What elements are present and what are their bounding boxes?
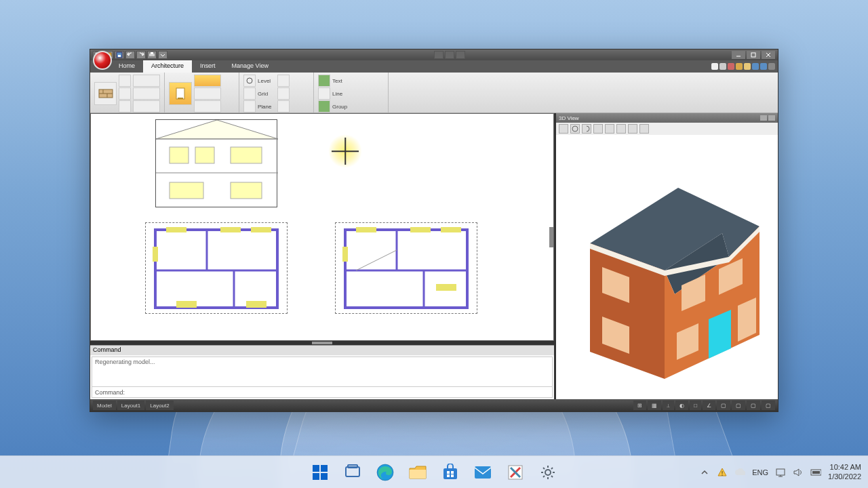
component-tool-icon[interactable] [119, 100, 131, 113]
layout-tab[interactable]: Layout1 [117, 401, 144, 410]
tray-chevron-icon[interactable] [699, 467, 710, 478]
layout-tab[interactable]: Layout2 [146, 401, 173, 410]
tab-insert[interactable]: Insert [192, 60, 224, 73]
walk-icon[interactable] [628, 124, 637, 134]
onedrive-icon[interactable] [734, 467, 745, 478]
curtain-grid-tool-icon[interactable] [194, 87, 221, 100]
floor-plan-ground [145, 222, 288, 314]
view-home-icon[interactable] [559, 124, 568, 134]
roof-tool-icon[interactable] [133, 87, 160, 100]
title-tool-icon[interactable] [434, 51, 443, 59]
palette-icon[interactable] [744, 63, 751, 70]
qat-more-icon[interactable] [158, 51, 167, 59]
qat-redo-icon[interactable] [136, 51, 146, 59]
user-icon[interactable] [728, 63, 734, 70]
help-icon[interactable] [752, 63, 759, 70]
title-tool-icon[interactable] [456, 51, 465, 59]
edge-browser-icon[interactable] [372, 459, 399, 486]
start-button[interactable] [307, 459, 334, 486]
window-tool-icon[interactable] [119, 87, 131, 100]
curtain-wall-tool-icon[interactable] [194, 75, 221, 87]
panel-close-icon[interactable] [768, 115, 775, 121]
column-tool-icon[interactable] [133, 75, 160, 87]
vertical-splitter-handle[interactable] [549, 227, 554, 247]
ortho-toggle[interactable]: ⟂ [663, 401, 674, 410]
ribbon-label: Group [332, 104, 347, 110]
qat-undo-icon[interactable] [125, 51, 135, 59]
palette-icon[interactable] [736, 63, 743, 70]
tab-architecture[interactable]: Architecture [143, 60, 192, 73]
mail-icon[interactable] [469, 459, 496, 486]
command-tab[interactable]: Command [90, 346, 554, 355]
door-tool-icon[interactable] [119, 75, 131, 87]
3d-view-pane: 3D View [555, 113, 778, 399]
flag-icon[interactable] [711, 63, 718, 70]
model-text-tool-icon[interactable] [318, 75, 330, 87]
store-icon[interactable] [437, 459, 464, 486]
network-icon[interactable] [775, 467, 786, 478]
ref-plane-tool-icon[interactable] [243, 100, 256, 113]
grid-toggle[interactable]: ▦ [648, 401, 661, 410]
snap-toggle[interactable]: ⊞ [633, 401, 646, 410]
datum-tool-icon[interactable] [277, 75, 290, 87]
maximize-button[interactable] [747, 51, 760, 59]
security-warning-icon[interactable] [717, 467, 728, 478]
drawing-canvas[interactable] [90, 113, 554, 341]
info-icon[interactable] [760, 63, 767, 70]
close-button[interactable] [762, 51, 775, 59]
svg-rect-38 [441, 227, 461, 232]
svg-rect-57 [321, 473, 328, 480]
qat-print-icon[interactable] [147, 51, 157, 59]
language-indicator[interactable]: ENG [752, 467, 768, 478]
pan-icon[interactable] [593, 124, 603, 134]
battery-icon[interactable] [810, 467, 821, 478]
taskbar: ENG 10:42 AM 1/30/2022 [0, 455, 868, 488]
status-toggle[interactable]: ▢ [747, 401, 760, 410]
tab-manage[interactable]: Manage View [224, 60, 277, 73]
ribbon-group-build [90, 73, 165, 113]
search-icon[interactable] [719, 63, 726, 70]
volume-icon[interactable] [793, 467, 804, 478]
orbit-icon[interactable] [582, 124, 591, 134]
model-line-tool-icon[interactable] [318, 87, 330, 100]
model-tab[interactable]: Model [93, 401, 116, 410]
floor-tool-icon[interactable] [133, 100, 160, 113]
opening-tool-icon[interactable] [169, 82, 192, 105]
svg-rect-4 [151, 52, 153, 54]
panel-minimize-icon[interactable] [760, 115, 767, 121]
status-toggle[interactable]: ▢ [762, 401, 775, 410]
zoom-icon[interactable] [605, 124, 614, 134]
svg-rect-16 [170, 147, 189, 163]
polar-toggle[interactable]: ◐ [675, 401, 688, 410]
3d-view-canvas[interactable] [556, 135, 778, 399]
model-group-tool-icon[interactable] [318, 100, 330, 113]
application-menu-button[interactable] [93, 51, 112, 70]
zoom-window-icon[interactable] [616, 124, 626, 134]
clock[interactable]: 10:42 AM 1/30/2022 [828, 463, 861, 481]
datum-tool-icon[interactable] [277, 100, 290, 113]
tab-home[interactable]: Home [111, 60, 143, 73]
otrack-toggle[interactable]: ∠ [703, 401, 715, 410]
settings-icon[interactable] [534, 459, 561, 486]
task-view-button[interactable] [339, 459, 366, 486]
close-panel-icon[interactable] [768, 63, 775, 70]
paint-icon[interactable] [502, 459, 529, 486]
file-explorer-icon[interactable] [404, 459, 431, 486]
datum-tool-icon[interactable] [277, 87, 290, 100]
svg-rect-68 [475, 466, 491, 479]
3d-view-titlebar: 3D View [556, 113, 778, 123]
minimize-button[interactable] [732, 51, 745, 59]
wall-tool-icon[interactable] [94, 82, 117, 105]
orbit-icon[interactable] [570, 124, 580, 134]
osnap-toggle[interactable]: □ [690, 401, 701, 410]
status-toggle[interactable]: ▢ [717, 401, 730, 410]
qat-save-icon[interactable] [115, 51, 124, 59]
command-input[interactable] [129, 389, 549, 396]
level-tool-icon[interactable] [243, 75, 256, 87]
mullion-tool-icon[interactable] [194, 100, 221, 113]
work-area: Command Regenerating model... Command: 3… [90, 113, 778, 399]
view-style-icon[interactable] [639, 124, 649, 134]
status-toggle[interactable]: ▢ [732, 401, 745, 410]
grid-tool-icon[interactable] [243, 87, 256, 100]
title-tool-icon[interactable] [445, 51, 454, 59]
